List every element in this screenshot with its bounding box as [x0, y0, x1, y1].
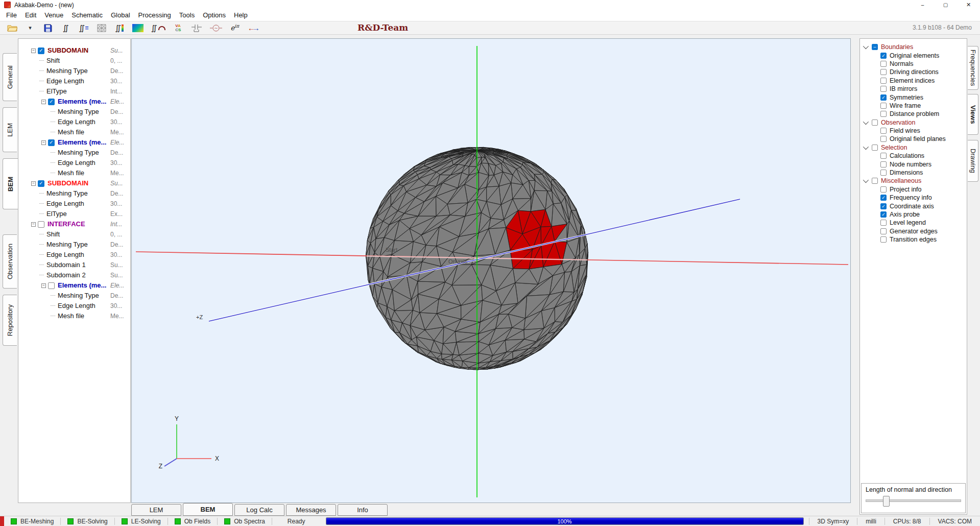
tree-row-meshing-type[interactable]: Meshing TypeDe... [18, 188, 130, 199]
left-tab-lem[interactable]: LEM [3, 107, 17, 152]
tree-row-label[interactable]: INTERFACE [47, 219, 85, 229]
tree-row-label[interactable]: Edge Length [46, 250, 84, 260]
view-option-wire-frame[interactable]: Wire frame [860, 102, 967, 110]
be-solve-icon[interactable]: ∬= [79, 22, 89, 34]
view-option-element-indices[interactable]: Element indices [860, 77, 967, 85]
tree-row-label[interactable]: Meshing Type [58, 107, 99, 117]
tree-row-meshing-type[interactable]: Meshing TypeDe... [18, 291, 130, 301]
view-option-label[interactable]: Calculations [890, 152, 924, 159]
tree-row-label[interactable]: SUBDOMAIN [47, 45, 88, 56]
option-checkbox[interactable] [880, 161, 887, 168]
chevron-down-icon[interactable] [863, 144, 869, 150]
tree-row-meshing-type[interactable]: Meshing TypeDe... [18, 66, 130, 76]
view-option-original-elements[interactable]: ✓Original elements [860, 51, 967, 59]
option-checkbox[interactable] [880, 61, 887, 67]
left-tab-general[interactable]: General [3, 53, 17, 101]
view-group-observation[interactable]: Observation [860, 118, 967, 127]
menu-global[interactable]: Global [107, 10, 134, 21]
option-checkbox[interactable]: ✓ [880, 195, 887, 201]
tree-row-label[interactable]: Shift [46, 56, 60, 66]
tree-row-subdomain[interactable]: −✓SUBDOMAINSu... [18, 178, 130, 188]
view-group-label[interactable]: Boundaries [881, 43, 913, 51]
menu-processing[interactable]: Processing [134, 10, 175, 21]
view-option-label[interactable]: Transition edges [890, 236, 937, 243]
view-option-label[interactable]: Axis probe [890, 211, 920, 218]
tree-row-label[interactable]: Edge Length [58, 301, 95, 311]
tree-checkbox[interactable]: ✓ [38, 47, 44, 54]
tree-row-label[interactable]: Meshing Type [58, 148, 99, 158]
view-option-axis-probe[interactable]: ✓Axis probe [860, 210, 967, 219]
tree-checkbox[interactable] [38, 221, 44, 228]
view-option-driving-directions[interactable]: Driving directions [860, 68, 967, 76]
tree-row-label[interactable]: Subdomain 2 [46, 270, 86, 280]
be-script-icon[interactable]: ∬ [61, 22, 71, 34]
view-option-distance-problem[interactable]: Distance problem [860, 110, 967, 118]
tree-row-label[interactable]: Mesh file [58, 311, 84, 321]
option-checkbox[interactable] [880, 236, 887, 243]
view-option-label[interactable]: Field wires [890, 127, 920, 134]
bottom-tab-messages[interactable]: Messages [286, 504, 336, 516]
view-option-label[interactable]: Generator edges [890, 228, 938, 235]
option-checkbox[interactable] [880, 136, 887, 142]
tree-row-edge-length[interactable]: Edge Length30... [18, 250, 130, 260]
bottom-tab-lem[interactable]: LEM [131, 504, 181, 516]
view-option-label[interactable]: Driving directions [890, 68, 939, 76]
tree-row-label[interactable]: Mesh file [58, 127, 84, 137]
chevron-down-icon[interactable] [863, 177, 869, 183]
option-checkbox[interactable] [880, 170, 887, 176]
left-tab-bem[interactable]: BEM [3, 158, 18, 209]
view-group-boundaries[interactable]: –Boundaries [860, 43, 967, 51]
view-option-level-legend[interactable]: Level legend [860, 219, 967, 227]
bottom-tab-info[interactable]: Info [338, 504, 388, 516]
vacs-icon[interactable]: VACS [173, 22, 183, 34]
view-option-label[interactable]: Node numbers [890, 161, 931, 168]
group-checkbox[interactable] [872, 178, 878, 184]
tree-row-label[interactable]: SUBDOMAIN [47, 178, 88, 188]
view-option-label[interactable]: Wire frame [890, 102, 921, 109]
tree-row-shift[interactable]: Shift0, ... [18, 229, 130, 240]
tree-row-edge-length[interactable]: Edge Length30... [18, 76, 130, 86]
option-checkbox[interactable] [880, 228, 887, 234]
left-tab-observation[interactable]: Observation [3, 234, 17, 289]
field-colorbar-icon[interactable]: ∬ [114, 22, 125, 34]
bottom-tab-bem[interactable]: BEM [183, 503, 233, 516]
viewport-3d[interactable]: StartOn axis+ZYXZ [131, 38, 851, 503]
view-group-selection[interactable]: Selection [860, 144, 967, 152]
bottom-tab-log-calc[interactable]: Log Calc [234, 504, 284, 516]
view-option-label[interactable]: Normals [890, 60, 914, 67]
view-group-label[interactable]: Observation [881, 119, 915, 126]
option-checkbox[interactable] [880, 69, 887, 75]
option-checkbox[interactable] [880, 153, 887, 159]
tree-row-eltype[interactable]: ElTypeInt... [18, 86, 130, 97]
tree-row-label[interactable]: Subdomain 1 [46, 260, 86, 270]
circuit-icon[interactable] [191, 22, 202, 34]
view-option-original-field-planes[interactable]: Original field planes [860, 135, 967, 143]
view-option-dimensions[interactable]: Dimensions [860, 169, 967, 177]
tree-row-elements-me[interactable]: −Elements (me...Ele... [18, 280, 130, 291]
view-option-node-numbers[interactable]: Node numbers [860, 160, 967, 168]
view-option-field-wires[interactable]: Field wires [860, 127, 967, 135]
open-dropdown-icon[interactable]: ▾ [25, 22, 35, 34]
open-file-icon[interactable] [7, 22, 17, 34]
menu-options[interactable]: Options [199, 10, 230, 21]
option-checkbox[interactable]: ✓ [880, 94, 887, 101]
tree-row-edge-length[interactable]: Edge Length30... [18, 117, 130, 127]
tree-row-label[interactable]: Meshing Type [46, 66, 88, 76]
view-option-label[interactable]: Distance problem [890, 110, 939, 117]
view-option-generator-edges[interactable]: Generator edges [860, 227, 967, 235]
tree-row-mesh-file[interactable]: Mesh fileMe... [18, 311, 130, 321]
chevron-down-icon[interactable] [863, 119, 869, 125]
option-checkbox[interactable] [880, 78, 887, 84]
tree-row-meshing-type[interactable]: Meshing TypeDe... [18, 107, 130, 117]
tree-row-label[interactable]: ElType [46, 209, 67, 219]
option-checkbox[interactable]: ✓ [880, 53, 887, 59]
view-option-normals[interactable]: Normals [860, 60, 967, 68]
tree-row-label[interactable]: Shift [46, 229, 60, 240]
option-checkbox[interactable] [880, 220, 887, 226]
left-tab-repository[interactable]: Repository [3, 295, 17, 346]
minimize-button[interactable]: – [911, 0, 934, 10]
maximize-button[interactable]: ▢ [934, 0, 957, 10]
tree-row-eltype[interactable]: ElTypeEx... [18, 209, 130, 219]
tree-row-interface[interactable]: −INTERFACEInt... [18, 219, 130, 229]
view-option-label[interactable]: Original elements [890, 52, 939, 59]
